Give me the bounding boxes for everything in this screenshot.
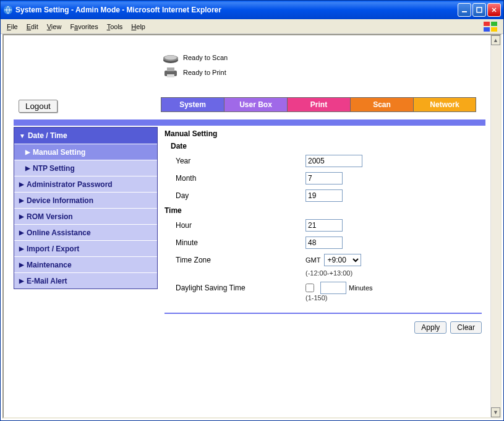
sidebar-ntp-setting[interactable]: ▶NTP Setting — [14, 160, 157, 176]
minimize-button[interactable] — [458, 3, 471, 17]
printer-status-row: Ready to Print — [162, 66, 488, 79]
panel-title: Manual Setting — [164, 129, 482, 138]
hour-input[interactable] — [305, 219, 343, 232]
day-input[interactable] — [305, 189, 343, 202]
timezone-hint: (-12:00-+13:00) — [305, 269, 482, 277]
ie-window: System Setting - Admin Mode - Microsoft … — [0, 0, 504, 421]
date-section-label: Date — [171, 142, 482, 150]
triangle-right-icon: ▶ — [25, 149, 30, 155]
vertical-scrollbar[interactable]: ▲ ▼ — [490, 35, 500, 417]
triangle-right-icon: ▶ — [19, 229, 24, 236]
menu-tools[interactable]: Tools — [107, 23, 123, 30]
svg-rect-2 — [477, 7, 482, 12]
tab-scan[interactable]: Scan — [350, 97, 413, 112]
hour-label: Hour — [176, 221, 305, 230]
clear-button[interactable]: Clear — [450, 321, 482, 334]
svg-rect-6 — [491, 27, 497, 32]
scroll-down-button[interactable]: ▼ — [491, 407, 500, 417]
tab-system[interactable]: System — [161, 97, 224, 112]
month-row: Month — [176, 171, 482, 185]
titlebar: System Setting - Admin Mode - Microsoft … — [1, 1, 503, 19]
printer-icon — [162, 66, 179, 79]
close-button[interactable] — [487, 3, 501, 17]
sidebar-item-label: Date / Time — [28, 131, 67, 140]
sidebar-item-label: Manual Setting — [33, 148, 85, 157]
minute-input[interactable] — [305, 237, 343, 249]
timezone-label: Time Zone — [176, 256, 305, 264]
timezone-row: Time Zone GMT +9:00 — [176, 253, 482, 267]
gmt-prefix: GMT — [305, 256, 320, 264]
timezone-select[interactable]: +9:00 — [324, 254, 361, 266]
maximize-button[interactable] — [472, 3, 486, 17]
minute-label: Minute — [176, 238, 305, 247]
sidebar-manual-setting[interactable]: ▶Manual Setting — [14, 144, 157, 160]
month-input[interactable] — [305, 172, 343, 184]
menu-edit[interactable]: Edit — [27, 23, 38, 30]
menu-file[interactable]: File — [7, 23, 18, 30]
sidebar-item-label: NTP Setting — [33, 164, 75, 173]
svg-rect-4 — [491, 22, 497, 26]
sidebar-rom-version[interactable]: ▶ROM Version — [14, 208, 157, 224]
svg-point-9 — [164, 56, 177, 60]
sidebar-import-export[interactable]: ▶Import / Export — [14, 240, 157, 256]
sidebar-item-label: Administrator Password — [27, 180, 113, 189]
svg-rect-12 — [167, 74, 174, 77]
main-panel: Manual Setting Date Year Month Day Time … — [164, 129, 482, 334]
scanner-status-text: Ready to Scan — [183, 54, 228, 61]
hour-row: Hour — [176, 219, 482, 232]
scanner-icon — [162, 51, 179, 64]
ie-icon — [3, 5, 13, 15]
month-label: Month — [176, 174, 305, 183]
menu-help[interactable]: Help — [131, 23, 145, 30]
top-tabs: System User Box Print Scan Network — [161, 97, 476, 112]
svg-rect-5 — [484, 27, 490, 32]
triangle-right-icon: ▶ — [19, 197, 24, 204]
sidebar-email-alert[interactable]: ▶E-Mail Alert — [14, 272, 157, 289]
sidebar-online-assistance[interactable]: ▶Online Assistance — [14, 224, 157, 240]
triangle-right-icon: ▶ — [19, 277, 24, 284]
sidebar-item-label: E-Mail Alert — [27, 277, 67, 285]
sidebar-item-label: Maintenance — [27, 261, 72, 269]
triangle-right-icon: ▶ — [19, 181, 24, 188]
sidebar: ▼Date / Time ▶Manual Setting ▶NTP Settin… — [14, 127, 158, 289]
menubar: File Edit View Favorites Tools Help — [1, 19, 503, 34]
printer-status-text: Ready to Print — [183, 69, 226, 76]
scroll-up-button[interactable]: ▲ — [491, 35, 500, 45]
dst-checkbox[interactable] — [305, 284, 314, 292]
panel-divider — [164, 313, 482, 314]
minute-row: Minute — [176, 236, 482, 250]
sidebar-item-label: Online Assistance — [27, 228, 91, 237]
svg-rect-1 — [462, 11, 467, 12]
year-input[interactable] — [305, 155, 362, 167]
scanner-status-row: Ready to Scan — [162, 51, 488, 64]
dst-minutes-input[interactable] — [320, 282, 346, 294]
triangle-down-icon: ▼ — [19, 132, 25, 139]
menu-favorites[interactable]: Favorites — [70, 23, 98, 30]
tab-print[interactable]: Print — [287, 97, 350, 112]
triangle-right-icon: ▶ — [25, 165, 30, 171]
year-label: Year — [176, 157, 305, 165]
sidebar-item-label: ROM Version — [27, 212, 73, 221]
sidebar-admin-password[interactable]: ▶Administrator Password — [14, 176, 157, 192]
sidebar-date-time[interactable]: ▼Date / Time — [14, 128, 157, 144]
day-label: Day — [176, 191, 305, 200]
client-area: ▲ ▼ Ready to Scan Ready to Print Log — [2, 34, 502, 419]
tab-userbox[interactable]: User Box — [224, 97, 287, 112]
apply-button[interactable]: Apply — [414, 321, 446, 334]
logout-button[interactable]: Logout — [19, 100, 58, 113]
action-buttons: Apply Clear — [164, 321, 482, 334]
sidebar-device-info[interactable]: ▶Device Information — [14, 192, 157, 208]
sidebar-maintenance[interactable]: ▶Maintenance — [14, 256, 157, 272]
sidebar-item-label: Import / Export — [27, 245, 79, 253]
menu-view[interactable]: View — [47, 23, 62, 30]
window-controls — [458, 3, 501, 17]
window-title: System Setting - Admin Mode - Microsoft … — [15, 6, 458, 14]
time-section-label: Time — [164, 206, 482, 215]
svg-rect-3 — [484, 22, 490, 26]
sidebar-item-label: Device Information — [27, 196, 93, 205]
day-row: Day — [176, 189, 482, 202]
triangle-right-icon: ▶ — [19, 213, 24, 220]
tab-network[interactable]: Network — [413, 97, 476, 112]
dst-hint: (1-150) — [305, 294, 482, 302]
svg-rect-11 — [167, 67, 174, 71]
